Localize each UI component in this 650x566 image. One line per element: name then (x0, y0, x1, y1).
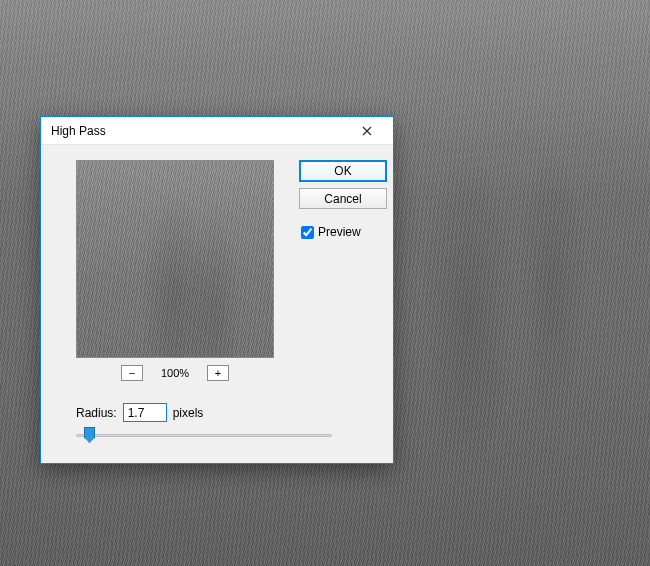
radius-input[interactable] (123, 403, 167, 422)
zoom-in-button[interactable]: + (207, 365, 229, 381)
radius-label: Radius: (76, 406, 117, 420)
dialog-titlebar[interactable]: High Pass (41, 117, 393, 145)
radius-unit: pixels (173, 406, 204, 420)
zoom-controls: − 100% + (76, 365, 274, 381)
close-icon (362, 126, 372, 136)
filter-preview[interactable] (76, 160, 274, 358)
zoom-out-button[interactable]: − (121, 365, 143, 381)
radius-row: Radius: pixels (76, 403, 203, 422)
preview-checkbox[interactable] (301, 226, 314, 239)
ok-button[interactable]: OK (299, 160, 387, 182)
preview-label: Preview (318, 225, 361, 239)
radius-slider[interactable] (76, 427, 332, 445)
dialog-title: High Pass (51, 124, 347, 138)
preview-toggle[interactable]: Preview (299, 225, 387, 239)
slider-thumb[interactable] (84, 427, 95, 443)
dialog-buttons: OK Cancel Preview (299, 160, 387, 239)
cancel-button[interactable]: Cancel (299, 188, 387, 209)
slider-track (76, 434, 332, 437)
zoom-level: 100% (161, 367, 189, 379)
high-pass-dialog: High Pass − 100% + OK Cancel Preview Rad… (40, 116, 394, 464)
close-button[interactable] (347, 118, 387, 144)
dialog-content: − 100% + OK Cancel Preview Radius: pixel… (41, 145, 393, 463)
